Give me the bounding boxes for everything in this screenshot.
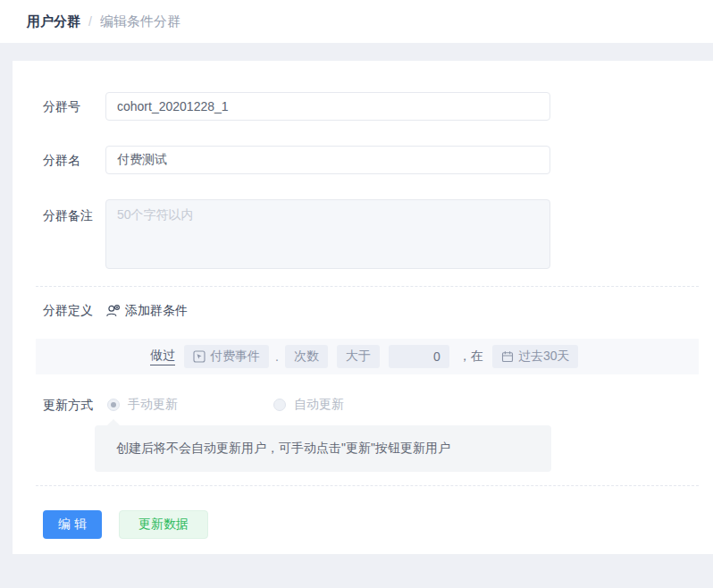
condition-operator-label: 大于 xyxy=(346,349,371,365)
radio-auto-update[interactable]: 自动更新 xyxy=(273,397,344,413)
condition-timerange-label: 过去30天 xyxy=(518,349,570,365)
action-buttons: 编 辑 更新数据 xyxy=(43,510,713,539)
condition-operator-select[interactable]: 大于 xyxy=(337,345,380,368)
add-condition-label: 添加群条件 xyxy=(125,303,188,319)
event-icon xyxy=(193,350,206,363)
condition-measure-select[interactable]: 次数 xyxy=(285,345,328,368)
add-condition-button[interactable]: 添加群条件 xyxy=(105,303,188,319)
radio-circle xyxy=(273,399,286,411)
condition-event-label: 付费事件 xyxy=(210,349,260,365)
radio-auto-label: 自动更新 xyxy=(294,397,344,413)
breadcrumb: 用户分群 / 编辑条件分群 xyxy=(0,0,713,43)
definition-label: 分群定义 xyxy=(43,303,105,319)
edit-cohort-card: 分群号 分群名 分群备注 分群定义 添加群条件 做过 xyxy=(13,61,713,554)
update-mode-hint-text: 创建后将不会自动更新用户，可手动点击"更新"按钮更新用户 xyxy=(116,441,450,457)
divider-bottom xyxy=(36,485,699,486)
breadcrumb-separator: / xyxy=(88,14,92,29)
cohort-name-label: 分群名 xyxy=(43,146,105,174)
update-mode-hint: 创建后将不会自动更新用户，可手动点击"更新"按钮更新用户 xyxy=(95,425,551,472)
update-mode-options: 手动更新 自动更新 xyxy=(107,397,344,413)
cohort-note-label: 分群备注 xyxy=(43,199,105,269)
condition-timerange-select[interactable]: 过去30天 xyxy=(492,345,579,368)
add-user-icon xyxy=(105,304,121,318)
cohort-id-label: 分群号 xyxy=(43,92,105,121)
condition-action-select[interactable]: 做过 xyxy=(150,348,175,365)
update-mode-row: 更新方式 手动更新 自动更新 xyxy=(43,396,713,414)
condition-value-input[interactable] xyxy=(389,345,449,368)
radio-manual-label: 手动更新 xyxy=(128,397,178,413)
cohort-id-row: 分群号 xyxy=(43,92,713,121)
cohort-note-textarea[interactable] xyxy=(105,199,550,269)
divider-top xyxy=(36,286,699,287)
radio-manual-update[interactable]: 手动更新 xyxy=(107,397,178,413)
condition-strip: 做过 付费事件 . 次数 大于 ，在 过 xyxy=(36,339,699,374)
breadcrumb-parent-link[interactable]: 用户分群 xyxy=(27,13,80,30)
definition-row: 分群定义 添加群条件 xyxy=(43,303,713,319)
edit-button[interactable]: 编 辑 xyxy=(43,510,102,539)
event-measure-dot: . xyxy=(275,349,279,364)
condition-conjunction: ，在 xyxy=(458,349,483,365)
update-mode-label: 更新方式 xyxy=(43,396,105,414)
calendar-icon xyxy=(501,350,514,363)
condition-event-select[interactable]: 付费事件 xyxy=(184,345,269,368)
update-data-button[interactable]: 更新数据 xyxy=(119,510,208,539)
condition-measure-label: 次数 xyxy=(294,349,319,365)
cohort-name-row: 分群名 xyxy=(43,146,713,174)
radio-circle xyxy=(107,399,120,411)
cohort-id-input[interactable] xyxy=(105,92,550,121)
cohort-note-row: 分群备注 xyxy=(43,199,713,269)
breadcrumb-current: 编辑条件分群 xyxy=(100,13,180,30)
cohort-name-input[interactable] xyxy=(105,146,550,174)
